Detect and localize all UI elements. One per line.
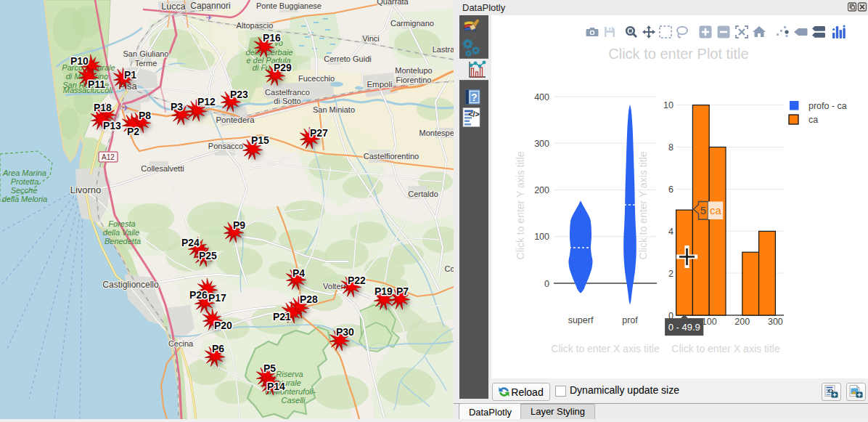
svg-text:P6: P6 [212, 343, 224, 354]
svg-text:P9: P9 [233, 219, 245, 231]
svg-text:Collesalvetti: Collesalvetti [141, 164, 184, 173]
svg-text:Ponte Buggianese: Ponte Buggianese [256, 1, 322, 10]
svg-text:4: 4 [668, 227, 673, 237]
svg-text:6: 6 [668, 184, 673, 195]
svg-text:2: 2 [668, 269, 673, 279]
svg-text:Altopascio: Altopascio [237, 21, 274, 30]
svg-text:P18: P18 [94, 102, 112, 113]
svg-text:Protetta: Protetta [11, 177, 39, 186]
svg-text:P8: P8 [139, 110, 151, 121]
svg-text:profo - ca: profo - ca [808, 101, 847, 111]
svg-text:P29: P29 [274, 62, 292, 73]
svg-text:100: 100 [702, 317, 717, 327]
svg-text:✈: ✈ [122, 102, 130, 113]
svg-text:Quarrata: Quarrata [377, 0, 409, 6]
svg-text:Click to enter X axis title: Click to enter X axis title [671, 343, 780, 354]
svg-text:P7: P7 [396, 285, 409, 297]
svg-text:Coll: Coll [445, 264, 454, 273]
svg-text:8: 8 [668, 142, 673, 153]
svg-text:Castiglioncello: Castiglioncello [102, 280, 159, 290]
svg-text:P24: P24 [181, 237, 200, 248]
svg-text:San Miniato: San Miniato [313, 105, 355, 114]
svg-text:superf: superf [568, 315, 594, 325]
svg-text:Click to enter Plot title: Click to enter Plot title [608, 46, 748, 62]
svg-text:P23: P23 [230, 89, 248, 100]
svg-text:10: 10 [663, 100, 673, 110]
svg-text:Lastra: Lastra [433, 45, 454, 54]
svg-text:San Giuliano: San Giuliano [123, 49, 169, 58]
svg-text:Area Marina: Area Marina [2, 169, 46, 177]
svg-text:Click to enter X axis title: Click to enter X axis title [551, 343, 660, 354]
svg-text:P10: P10 [70, 55, 89, 67]
svg-text:Vinci: Vinci [362, 34, 380, 43]
svg-text:0 - 49.9: 0 - 49.9 [668, 322, 700, 333]
svg-text:Carmignano: Carmignano [390, 19, 434, 28]
svg-text:Benedetta: Benedetta [105, 237, 141, 246]
svg-text:Secche: Secche [11, 186, 38, 195]
svg-text:Cecina: Cecina [168, 339, 194, 348]
svg-text:Cerreto Guidi: Cerreto Guidi [324, 54, 371, 63]
svg-text:P25: P25 [199, 250, 217, 261]
svg-text:Ponsacco: Ponsacco [208, 142, 243, 150]
svg-text:300: 300 [534, 139, 549, 149]
svg-text:P27: P27 [310, 127, 328, 139]
svg-text:Castelfiorentino: Castelfiorentino [364, 152, 419, 161]
svg-text:Capannori: Capannori [190, 1, 230, 11]
svg-text:400: 400 [534, 92, 549, 102]
svg-text:P5: P5 [263, 362, 276, 374]
svg-text:?: ? [471, 92, 478, 103]
svg-text:P30: P30 [336, 326, 354, 338]
svg-text:ca: ca [808, 115, 818, 125]
svg-text:P15: P15 [251, 134, 269, 146]
svg-text:A12: A12 [102, 153, 115, 161]
svg-text:300: 300 [768, 317, 783, 327]
svg-text:P28: P28 [300, 293, 318, 305]
svg-text:Caselli: Caselli [281, 396, 306, 405]
svg-text:P20: P20 [214, 320, 232, 331]
svg-text:100: 100 [534, 232, 549, 242]
svg-text:Certaldo: Certaldo [408, 190, 438, 198]
svg-text:Riserva: Riserva [276, 370, 303, 378]
svg-text:Click to enter Y axis title: Click to enter Y axis title [515, 151, 526, 259]
svg-text:Empoli: Empoli [367, 80, 392, 89]
svg-text:0: 0 [544, 279, 549, 289]
svg-text:Fucecchio: Fucecchio [298, 74, 335, 83]
svg-text:prof: prof [622, 315, 638, 325]
svg-text:200: 200 [734, 317, 750, 327]
svg-text:P1: P1 [124, 69, 136, 81]
svg-text:</>: </> [468, 110, 479, 118]
svg-text:5: 5 [700, 204, 706, 216]
svg-text:P22: P22 [348, 275, 366, 286]
svg-text:200: 200 [534, 185, 549, 195]
svg-text:P21: P21 [273, 311, 291, 322]
svg-text:P11: P11 [88, 78, 105, 90]
svg-text:P19: P19 [374, 285, 393, 297]
svg-text:della Meloria: della Meloria [2, 195, 47, 203]
svg-text:Terme: Terme [135, 59, 157, 68]
svg-text:Fiorentino: Fiorentino [396, 76, 432, 84]
svg-text:P16: P16 [263, 32, 281, 44]
svg-text:P26: P26 [189, 289, 208, 301]
svg-text:P14: P14 [267, 381, 285, 392]
svg-text:P2: P2 [127, 126, 139, 137]
svg-text:della Valle: della Valle [103, 228, 139, 237]
svg-text:Click to enter Y axis title: Click to enter Y axis title [637, 151, 649, 259]
svg-text:P4: P4 [292, 267, 305, 279]
svg-text:Lucca: Lucca [161, 1, 185, 12]
svg-text:Montelupo: Montelupo [395, 66, 432, 75]
svg-text:Castelfranco: Castelfranco [265, 88, 310, 97]
svg-text:P13: P13 [103, 120, 121, 131]
svg-text:Livorno: Livorno [70, 184, 102, 195]
svg-text:P3: P3 [171, 101, 183, 113]
svg-text:Pontedera: Pontedera [216, 115, 255, 124]
svg-text:P17: P17 [208, 292, 226, 304]
svg-text:P12: P12 [197, 96, 216, 107]
svg-text:di Sotto: di Sotto [274, 97, 300, 105]
svg-text:Foresta: Foresta [108, 219, 135, 228]
svg-text:ca: ca [710, 204, 722, 216]
svg-text:Montespert: Montespert [419, 129, 454, 137]
